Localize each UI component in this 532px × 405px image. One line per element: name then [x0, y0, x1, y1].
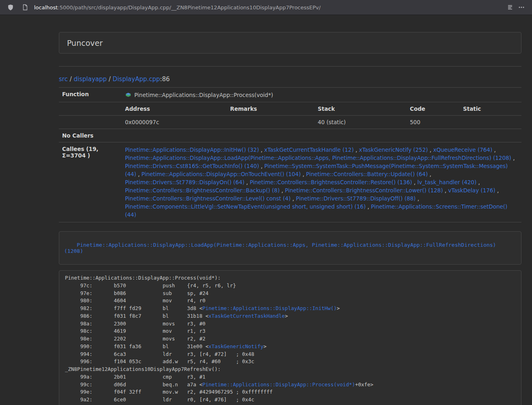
- callee-link[interactable]: Pinetime::Controllers::BrightnessControl…: [250, 179, 412, 185]
- callee-link[interactable]: Pinetime::Applications::DisplayApp::OnTo…: [142, 171, 301, 177]
- no-callers-value: [122, 129, 521, 142]
- function-label: Function: [59, 88, 122, 102]
- no-callers-row: No Callers: [59, 129, 521, 142]
- url-path: :5000/path/src/displayapp/DisplayApp.cpp…: [58, 4, 321, 11]
- callee-separator: ,: [354, 146, 359, 153]
- static-value: [460, 116, 521, 129]
- col-code: Code: [407, 102, 460, 116]
- col-static: Static: [460, 102, 521, 116]
- callee-separator: ,: [136, 171, 142, 177]
- callee-separator: ,: [259, 146, 264, 153]
- callee-separator: ,: [259, 163, 264, 169]
- disassembly: Pinetime::Applications::DisplayApp::Proc…: [59, 270, 521, 405]
- callee-link[interactable]: Pinetime::Components::LittleVgl::SetNewT…: [125, 203, 366, 210]
- breadcrumb-link[interactable]: DisplayApp.cpp: [113, 75, 160, 83]
- callee-link[interactable]: xTaskGetCurrentTaskHandle (12): [264, 146, 354, 153]
- url-host: localhost: [34, 4, 58, 11]
- callee-separator: ,: [428, 171, 431, 177]
- callee-link[interactable]: Pinetime::Applications::DisplayApp::Init…: [125, 146, 259, 153]
- callee-link[interactable]: vTaskDelay (176): [448, 187, 495, 194]
- callees-row: Callees (19, Σ=3704 ) Pinetime::Applicat…: [59, 142, 521, 222]
- callee-link[interactable]: xTaskGenericNotify (252): [359, 146, 428, 153]
- callee-link[interactable]: Pinetime::Controllers::Battery::Update()…: [306, 171, 428, 177]
- disassembly-symbol-link[interactable]: xTaskGenericNotify: [209, 343, 263, 349]
- disassembly-symbol-link[interactable]: Pinetime::Applications::DisplayApp::Init…: [202, 305, 337, 311]
- spacer-cell: [59, 102, 122, 116]
- breadcrumb-line-number: :86: [160, 75, 170, 83]
- callee-separator: ,: [291, 195, 296, 202]
- callee-separator: ,: [443, 187, 448, 194]
- divider: [59, 66, 521, 67]
- callee-separator: ,: [476, 179, 480, 185]
- breadcrumb: src / displayapp / DisplayApp.cpp:86: [59, 75, 521, 83]
- browser-toolbar: localhost:5000/path/src/displayapp/Displ…: [0, 0, 532, 15]
- callee-link[interactable]: Pinetime::Controllers::BrightnessControl…: [125, 195, 291, 202]
- breadcrumb-separator: /: [107, 75, 113, 83]
- callee-separator: ,: [495, 187, 499, 194]
- callee-link[interactable]: Pinetime::Controllers::BrightnessControl…: [125, 187, 280, 194]
- no-callers-label: No Callers: [59, 129, 122, 142]
- callee-link[interactable]: xQueueReceive (764): [433, 146, 492, 153]
- callee-separator: ,: [412, 179, 418, 185]
- spacer-cell: [59, 116, 122, 129]
- callee-separator: ,: [301, 171, 306, 177]
- code-value: 500: [407, 116, 460, 129]
- shield-icon[interactable]: [5, 2, 16, 13]
- remarks-value: [227, 116, 314, 129]
- callee-link[interactable]: Pinetime::Drivers::St7789::DisplayOn() (…: [125, 179, 245, 185]
- table-row: 0x0000097c 40 (static) 500: [59, 116, 521, 129]
- highlighted-symbol-link[interactable]: Pinetime::Applications::DisplayApp::Load…: [64, 242, 499, 254]
- function-icon: [125, 91, 131, 99]
- callees-list: Pinetime::Applications::DisplayApp::Init…: [125, 146, 518, 219]
- col-stack: Stack: [314, 102, 407, 116]
- disassembly-symbol-link[interactable]: xTaskGetCurrentTaskHandle: [209, 313, 285, 319]
- callee-link[interactable]: Pinetime::Applications::DisplayApp::Load…: [125, 155, 511, 161]
- callee-separator: ,: [511, 155, 515, 161]
- reader-view-icon[interactable]: [504, 2, 516, 13]
- highlighted-symbol-panel: Pinetime::Applications::DisplayApp::Load…: [59, 231, 521, 265]
- stack-value: 40 (static): [314, 116, 407, 129]
- callee-separator: ,: [492, 146, 496, 153]
- function-name: Pinetime::Applications::DisplayApp::Proc…: [134, 92, 273, 98]
- callee-separator: ,: [428, 146, 433, 153]
- col-address: Address: [122, 102, 227, 116]
- callee-separator: ,: [366, 203, 371, 210]
- breadcrumb-separator: /: [68, 75, 74, 83]
- address-value: 0x0000097c: [122, 116, 227, 129]
- breadcrumb-link[interactable]: displayapp: [74, 75, 107, 83]
- url-bar[interactable]: localhost:5000/path/src/displayapp/Displ…: [19, 2, 504, 13]
- callee-separator: ,: [416, 195, 419, 202]
- callee-separator: ,: [245, 179, 250, 185]
- menu-dots-icon[interactable]: [516, 2, 527, 13]
- callee-link[interactable]: Pinetime::Drivers::Cst816S::GetTouchInfo…: [125, 163, 259, 169]
- function-row: Function Pinetime::Applications::Display…: [59, 88, 521, 102]
- brand-link[interactable]: Puncover: [67, 39, 103, 47]
- callee-link[interactable]: Pinetime::Drivers::St7789::DisplayOff() …: [296, 195, 416, 202]
- col-remarks: Remarks: [227, 102, 314, 116]
- url-text: localhost:5000/path/src/displayapp/Displ…: [34, 4, 321, 11]
- navbar: Puncover: [59, 32, 521, 54]
- breadcrumb-link[interactable]: src: [59, 75, 68, 83]
- page-container: Puncover src / displayapp / DisplayApp.c…: [59, 32, 521, 405]
- callee-link[interactable]: lv_task_handler (420): [417, 179, 476, 185]
- function-table: Function Pinetime::Applications::Display…: [59, 87, 521, 222]
- callee-link[interactable]: Pinetime::Controllers::BrightnessControl…: [285, 187, 443, 194]
- callee-separator: ,: [280, 187, 285, 194]
- table-header-row: Address Remarks Stack Code Static: [59, 102, 521, 116]
- disassembly-symbol-link[interactable]: Pinetime::Applications::DisplayApp::Proc…: [202, 381, 355, 388]
- page-icon: [19, 2, 31, 13]
- callees-label: Callees (19, Σ=3704 ): [59, 142, 122, 222]
